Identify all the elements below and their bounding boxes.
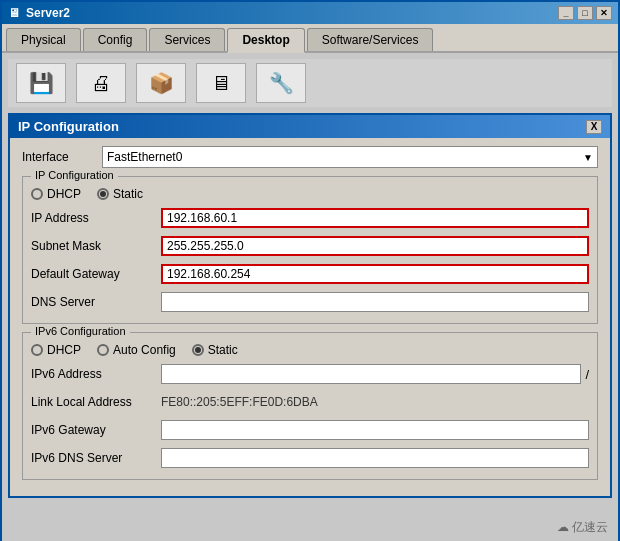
link-local-label: Link Local Address (31, 395, 161, 409)
interface-select[interactable]: FastEthernet0 ▼ (102, 146, 598, 168)
ipv6-radio-row: DHCP Auto Config Static (31, 343, 589, 357)
static-radio-circle (97, 188, 109, 200)
window-controls: _ □ ✕ (558, 6, 612, 20)
ipv6-dhcp-radio[interactable]: DHCP (31, 343, 81, 357)
watermark-text: 亿速云 (572, 520, 608, 534)
interface-value: FastEthernet0 (107, 150, 182, 164)
ip-radio-row: DHCP Static (31, 187, 589, 201)
ip-config-section-label: IP Configuration (31, 169, 118, 181)
tab-config[interactable]: Config (83, 28, 148, 51)
ipv6-dhcp-radio-circle (31, 344, 43, 356)
subnet-mask-input[interactable] (161, 236, 589, 256)
subnet-mask-label: Subnet Mask (31, 239, 161, 253)
ipv6-dns-input[interactable] (161, 448, 589, 468)
ip-address-input[interactable] (161, 208, 589, 228)
default-gateway-label: Default Gateway (31, 267, 161, 281)
ip-config-groupbox: IP Configuration DHCP Static (22, 176, 598, 324)
subnet-mask-row: Subnet Mask (31, 235, 589, 257)
dialog-titlebar: IP Configuration X (10, 115, 610, 138)
ipv6-auto-radio[interactable]: Auto Config (97, 343, 176, 357)
ipv6-auto-radio-circle (97, 344, 109, 356)
tab-physical[interactable]: Physical (6, 28, 81, 51)
main-area: 💾 🖨 📦 🖥 🔧 IP Configuration X Interface (2, 53, 618, 541)
tab-bar: Physical Config Services Desktop Softwar… (2, 24, 618, 53)
window-title: Server2 (26, 6, 70, 20)
ipv6-dns-row: IPv6 DNS Server (31, 447, 589, 469)
minimize-button[interactable]: _ (558, 6, 574, 20)
ip-address-label: IP Address (31, 211, 161, 225)
ipv6-static-radio-circle (192, 344, 204, 356)
window: 🖥 Server2 _ □ ✕ Physical Config Services… (0, 0, 620, 541)
watermark-icon: ☁ (557, 520, 569, 534)
icon-box-4[interactable]: 🔧 (256, 63, 306, 103)
dhcp-radio[interactable]: DHCP (31, 187, 81, 201)
dropdown-arrow-icon: ▼ (583, 152, 593, 163)
interface-label: Interface (22, 150, 102, 164)
tab-desktop[interactable]: Desktop (227, 28, 304, 53)
ipv6-gateway-label: IPv6 Gateway (31, 423, 161, 437)
static-radio[interactable]: Static (97, 187, 143, 201)
default-gateway-row: Default Gateway (31, 263, 589, 285)
icon-box-0[interactable]: 💾 (16, 63, 66, 103)
static-label: Static (113, 187, 143, 201)
window-titlebar: 🖥 Server2 _ □ ✕ (2, 2, 618, 24)
dns-server-input[interactable] (161, 292, 589, 312)
link-local-row: Link Local Address FE80::205:5EFF:FE0D:6… (31, 391, 589, 413)
ipv6-dns-label: IPv6 DNS Server (31, 451, 161, 465)
link-local-value: FE80::205:5EFF:FE0D:6DBA (161, 395, 318, 409)
ipv6-static-label: Static (208, 343, 238, 357)
ipv6-gateway-input[interactable] (161, 420, 589, 440)
ipv6-auto-label: Auto Config (113, 343, 176, 357)
ipv6-config-section-label: IPv6 Configuration (31, 325, 130, 337)
ipv6-address-row: IPv6 Address / (31, 363, 589, 385)
watermark: ☁ 亿速云 (557, 519, 608, 536)
icon-box-1[interactable]: 🖨 (76, 63, 126, 103)
icons-strip: 💾 🖨 📦 🖥 🔧 (8, 59, 612, 107)
dialog-title: IP Configuration (18, 119, 119, 134)
ipv6-config-groupbox: IPv6 Configuration DHCP Auto Config (22, 332, 598, 480)
tab-services[interactable]: Services (149, 28, 225, 51)
maximize-button[interactable]: □ (577, 6, 593, 20)
titlebar-left: 🖥 Server2 (8, 6, 70, 20)
ipv6-gateway-row: IPv6 Gateway (31, 419, 589, 441)
ipv6-prefix-slash: / (585, 367, 589, 382)
window-icon: 🖥 (8, 6, 20, 20)
dns-server-row: DNS Server (31, 291, 589, 313)
default-gateway-input[interactable] (161, 264, 589, 284)
icon-box-3[interactable]: 🖥 (196, 63, 246, 103)
ip-config-dialog: IP Configuration X Interface FastEtherne… (8, 113, 612, 498)
icon-box-2[interactable]: 📦 (136, 63, 186, 103)
window-close-button[interactable]: ✕ (596, 6, 612, 20)
interface-row: Interface FastEthernet0 ▼ (22, 146, 598, 168)
tab-software[interactable]: Software/Services (307, 28, 434, 51)
dhcp-radio-circle (31, 188, 43, 200)
ipv6-dhcp-label: DHCP (47, 343, 81, 357)
ipv6-static-radio[interactable]: Static (192, 343, 238, 357)
dialog-close-button[interactable]: X (586, 120, 602, 134)
ip-address-row: IP Address (31, 207, 589, 229)
dhcp-label: DHCP (47, 187, 81, 201)
dns-server-label: DNS Server (31, 295, 161, 309)
dialog-body: Interface FastEthernet0 ▼ IP Configurati… (10, 138, 610, 496)
ipv6-input-container: / (161, 364, 589, 384)
ipv6-address-label: IPv6 Address (31, 367, 161, 381)
ipv6-address-input[interactable] (161, 364, 581, 384)
